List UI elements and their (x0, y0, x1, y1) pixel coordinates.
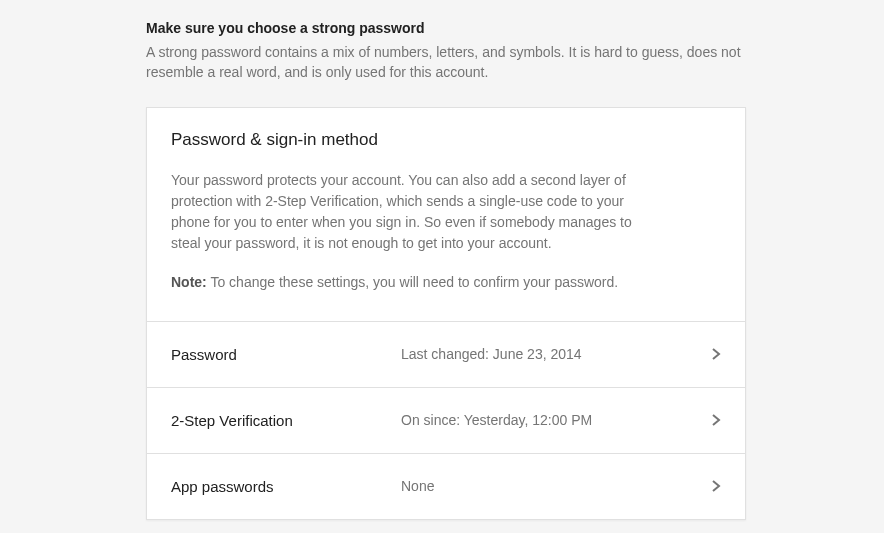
two-step-label: 2-Step Verification (171, 412, 401, 429)
two-step-verification-row[interactable]: 2-Step Verification On since: Yesterday,… (147, 387, 745, 453)
chevron-right-icon (711, 413, 721, 427)
intro-section: Make sure you choose a strong password A… (146, 20, 746, 83)
card-title: Password & sign-in method (171, 130, 721, 150)
card-note: Note: To change these settings, you will… (171, 272, 721, 293)
card-note-label: Note: (171, 274, 207, 290)
two-step-value: On since: Yesterday, 12:00 PM (401, 412, 711, 428)
password-label: Password (171, 346, 401, 363)
app-passwords-value: None (401, 478, 711, 494)
password-value: Last changed: June 23, 2014 (401, 346, 711, 362)
app-passwords-row[interactable]: App passwords None (147, 453, 745, 519)
card-note-text: To change these settings, you will need … (207, 274, 618, 290)
card-description: Your password protects your account. You… (171, 170, 641, 254)
chevron-right-icon (711, 347, 721, 361)
intro-title: Make sure you choose a strong password (146, 20, 746, 36)
card-header: Password & sign-in method Your password … (147, 108, 745, 321)
password-row[interactable]: Password Last changed: June 23, 2014 (147, 321, 745, 387)
signin-card: Password & sign-in method Your password … (146, 107, 746, 520)
settings-page: Make sure you choose a strong password A… (0, 0, 884, 520)
intro-body: A strong password contains a mix of numb… (146, 42, 746, 83)
app-passwords-label: App passwords (171, 478, 401, 495)
chevron-right-icon (711, 479, 721, 493)
